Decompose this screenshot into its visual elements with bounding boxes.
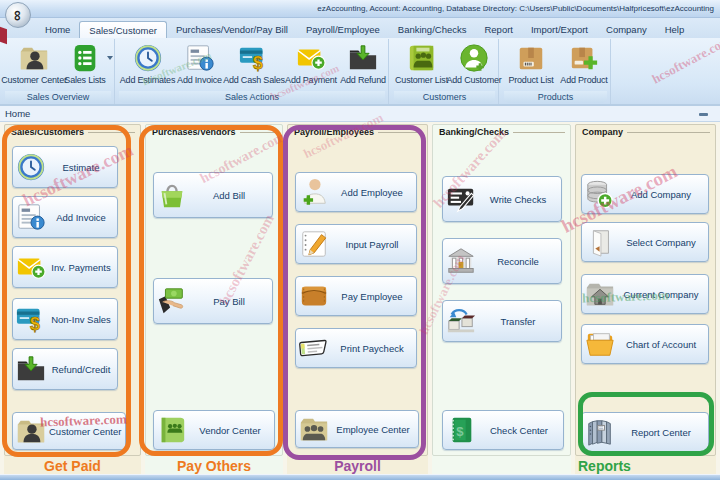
customer-center-button[interactable]: Customer Center	[12, 412, 126, 450]
product-box-plus-icon	[569, 43, 599, 73]
ribbon-item-product-list[interactable]: Product List	[504, 40, 558, 85]
add-employee-button[interactable]: Add Employee	[295, 172, 417, 212]
column-payroll-employees: Payroll/Employees Add Employee Input Pay…	[287, 124, 428, 474]
open-door-icon	[582, 227, 618, 257]
ribbon-group-customers: Customer List Add Customer Customers	[391, 39, 499, 104]
group-box-border	[432, 124, 571, 456]
tab-home[interactable]: Home	[36, 21, 79, 38]
folder-home-icon	[582, 279, 618, 309]
ribbon-group-sales-overview: Customer Center Sales Lists Sales Overvi…	[2, 39, 115, 104]
ribbon-item-add-product[interactable]: Add Product	[558, 40, 610, 85]
add-company-button[interactable]: Add Company	[581, 174, 709, 214]
tab-company[interactable]: Company	[597, 21, 656, 38]
print-paycheck-button[interactable]: Print Paycheck	[295, 328, 417, 368]
chart-of-account-button[interactable]: Chart of Account	[581, 324, 709, 364]
credit-card-dollar-icon: $	[239, 43, 269, 73]
button-label: Add Company	[618, 189, 708, 200]
header-rule	[88, 132, 135, 133]
ribbon-item-label: Add Cash Sales	[223, 75, 285, 85]
bank-icon	[443, 246, 479, 276]
button-label: Inv. Payments	[49, 262, 117, 273]
tab-banking-checks[interactable]: Banking/Checks	[389, 21, 476, 38]
transfer-button[interactable]: Transfer	[442, 300, 562, 342]
button-label: Reconcile	[479, 256, 561, 267]
ribbon-item-add-estimates[interactable]: Add Estimates	[120, 40, 175, 85]
column-header: Sales/Customers	[11, 127, 84, 137]
employees-folder-icon	[296, 414, 332, 444]
select-company-button[interactable]: Select Company	[581, 222, 709, 262]
employee-center-button[interactable]: Employee Center	[295, 410, 419, 448]
binders-icon	[582, 417, 618, 447]
ribbon-item-add-cash-sales[interactable]: $ Add Cash Sales	[224, 40, 284, 85]
tab-help[interactable]: Help	[656, 21, 694, 38]
reconcile-button[interactable]: Reconcile	[442, 238, 562, 284]
svg-text:$: $	[456, 424, 464, 439]
tab-payroll-employee[interactable]: Payroll/Employee	[297, 21, 389, 38]
current-company-button[interactable]: Current Company	[581, 274, 709, 314]
ribbon-item-customer-list[interactable]: Customer List	[393, 40, 450, 85]
ribbon-item-label: Sales Lists	[64, 75, 105, 85]
add-invoice-button[interactable]: Add Invoice	[12, 196, 118, 238]
button-label: Write Checks	[479, 194, 561, 205]
ribbon-item-add-invoice[interactable]: Add Invoice	[175, 40, 224, 85]
paycheck-icon	[296, 333, 332, 363]
ribbon-item-label: Customer Center	[1, 75, 67, 85]
header-rule	[513, 132, 565, 133]
button-label: Pay Employee	[332, 291, 416, 302]
ribbon-item-customer-center[interactable]: Customer Center	[4, 40, 64, 85]
inv-payments-button[interactable]: Inv. Payments	[12, 246, 118, 288]
button-label: Print Paycheck	[332, 343, 416, 354]
pay-bill-button[interactable]: Pay Bill	[153, 278, 273, 324]
button-label: Vendor Center	[190, 425, 274, 436]
button-label: Add Bill	[190, 190, 272, 201]
product-box-icon	[516, 43, 546, 73]
tab-purchases-vendor-pay-bill[interactable]: Purchases/Vendor/Pay Bill	[167, 21, 297, 38]
column-purchases-vendors: Purchases/Vendors Add Bill Pay Bill Vend…	[145, 124, 283, 474]
footer-pay-others: Pay Others	[145, 458, 283, 474]
customer-folder-icon	[19, 43, 49, 73]
vendor-center-button[interactable]: Vendor Center	[153, 410, 275, 450]
ribbon-item-label: Customer List	[395, 75, 448, 85]
ribbon-item-add-payment[interactable]: Add Payment	[284, 40, 338, 85]
collapse-panel-icon[interactable]	[699, 113, 708, 116]
non-inv-sales-button[interactable]: $ Non-Inv Sales	[12, 298, 118, 340]
database-plus-icon	[582, 179, 618, 209]
tab-report[interactable]: Report	[475, 21, 522, 38]
header-rule	[378, 132, 422, 133]
hand-money-icon	[154, 286, 190, 316]
report-center-button[interactable]: Report Center	[581, 412, 709, 452]
input-payroll-button[interactable]: Input Payroll	[295, 224, 417, 264]
svg-text:$: $	[30, 314, 40, 334]
ribbon: Customer Center Sales Lists Sales Overvi…	[0, 38, 720, 106]
header-rule	[627, 132, 710, 133]
envelope-plus-icon	[13, 252, 49, 282]
ribbon-item-add-customer[interactable]: Add Customer	[450, 40, 498, 85]
check-center-button[interactable]: $ Check Center	[442, 410, 564, 450]
ribbon-item-sales-lists[interactable]: Sales Lists	[64, 40, 106, 85]
write-checks-button[interactable]: Write Checks	[442, 176, 562, 222]
button-label: Add Invoice	[49, 212, 117, 223]
folder-documents-icon	[582, 329, 618, 359]
view-tab-home[interactable]: Home	[5, 108, 30, 119]
menu-tab-bar: Home Sales/Customer Purchases/Vendor/Pay…	[0, 18, 720, 38]
tab-import-export[interactable]: Import/Export	[522, 21, 597, 38]
footer-payroll: Payroll	[287, 458, 428, 474]
status-bar	[0, 474, 720, 480]
tab-sales-customer[interactable]: Sales/Customer	[79, 21, 167, 38]
wallet-icon	[296, 281, 332, 311]
button-label: Non-Inv Sales	[49, 314, 117, 325]
ribbon-item-label: Add Product	[560, 75, 607, 85]
people-list-icon	[407, 43, 437, 73]
ribbon-group-products: Product List Add Product Products	[501, 39, 611, 104]
app-logo-button[interactable]: ∞	[5, 2, 31, 28]
pay-employee-button[interactable]: Pay Employee	[295, 276, 417, 316]
invoice-icon	[13, 202, 49, 232]
ribbon-item-add-refund[interactable]: Add Refund	[338, 40, 388, 85]
estimate-button[interactable]: Estimate	[12, 146, 118, 188]
view-tab-row: Home	[0, 106, 720, 122]
chevron-down-icon[interactable]	[107, 56, 113, 60]
button-label: Report Center	[618, 427, 708, 438]
add-bill-button[interactable]: Add Bill	[153, 172, 273, 218]
refund-credit-button[interactable]: Refund/Credit	[12, 348, 118, 390]
button-label: Pay Bill	[190, 296, 272, 307]
